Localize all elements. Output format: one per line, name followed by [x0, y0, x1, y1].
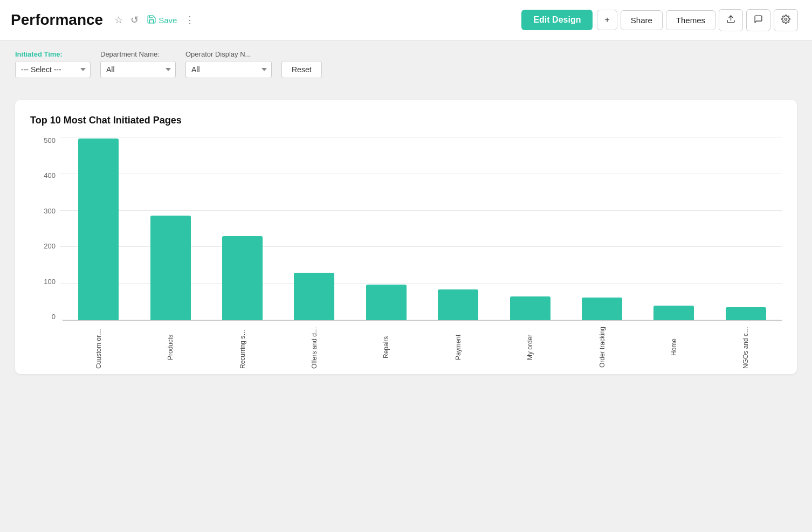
department-name-select[interactable]: All — [100, 61, 176, 78]
operator-display-select[interactable]: All — [185, 61, 272, 78]
x-label: Order tracking — [598, 326, 606, 369]
x-label-col: Order tracking — [566, 326, 638, 369]
initiated-time-select[interactable]: --- Select --- — [15, 61, 91, 78]
page-title: Performance — [11, 11, 103, 29]
themes-button[interactable]: Themes — [666, 10, 715, 30]
edit-design-button[interactable]: Edit Design — [521, 10, 593, 30]
plus-button[interactable]: + — [597, 10, 617, 30]
x-label: Repairs — [382, 326, 390, 369]
star-icon: ☆ — [114, 14, 123, 26]
save-icon — [147, 15, 156, 26]
department-name-filter: Department Name: All — [100, 50, 176, 78]
filters-bar: Initiated Time: --- Select --- Departmen… — [0, 40, 812, 87]
bar — [438, 289, 478, 320]
bar — [222, 236, 263, 320]
bar-col — [278, 137, 350, 320]
chart-title: Top 10 Most Chat Initiated Pages — [30, 115, 782, 126]
bars-area — [63, 137, 782, 320]
svg-point-1 — [785, 18, 787, 20]
x-label-col: Offers and discounts — [278, 326, 350, 369]
bar — [78, 139, 119, 320]
save-button[interactable]: Save — [142, 11, 181, 29]
x-label-col: NGOs and charity — [710, 326, 782, 369]
bar — [582, 298, 622, 320]
y-axis: 500 400 300 200 100 0 — [30, 137, 60, 320]
bar — [510, 296, 550, 320]
chart-card: Top 10 Most Chat Initiated Pages 500 400… — [15, 100, 797, 374]
x-axis: Cuustom ordersProductsRecurring subscri.… — [30, 326, 782, 369]
comment-button[interactable] — [746, 9, 770, 31]
bar-col — [710, 137, 782, 320]
y-label-100: 100 — [44, 278, 56, 285]
more-icon: ⋮ — [185, 14, 195, 26]
x-label: My order — [526, 326, 534, 369]
initiated-time-label: Initiated Time: — [15, 50, 91, 58]
plus-icon: + — [604, 15, 609, 25]
comment-icon — [754, 15, 763, 26]
operator-display-filter: Operator Display N... All — [185, 50, 272, 78]
settings-button[interactable] — [774, 9, 798, 31]
axis-line — [63, 320, 782, 321]
settings-icon — [781, 15, 790, 26]
save-label: Save — [159, 16, 177, 25]
bar-col — [207, 137, 278, 320]
x-label: Offers and discounts — [311, 326, 318, 369]
y-label-400: 400 — [44, 172, 56, 179]
star-button[interactable]: ☆ — [111, 11, 127, 29]
x-label: Home — [670, 326, 678, 369]
upload-icon — [726, 15, 735, 26]
x-label: Cuustom orders — [95, 326, 102, 369]
x-label-col: Home — [638, 326, 710, 369]
share-button[interactable]: Share — [621, 10, 663, 30]
bar — [653, 306, 694, 320]
refresh-button[interactable]: ↺ — [127, 11, 142, 29]
operator-display-label: Operator Display N... — [185, 50, 272, 58]
bar — [294, 273, 334, 320]
y-label-500: 500 — [44, 137, 56, 144]
x-label-col: My order — [494, 326, 566, 369]
main-content: Top 10 Most Chat Initiated Pages 500 400… — [0, 87, 812, 387]
initiated-time-filter: Initiated Time: --- Select --- — [15, 50, 91, 78]
y-label-200: 200 — [44, 243, 56, 250]
x-label: Recurring subscri.. — [239, 326, 246, 369]
bar — [150, 216, 191, 320]
bar-col — [494, 137, 566, 320]
y-label-0: 0 — [52, 313, 56, 320]
x-label: NGOs and charity — [742, 326, 749, 369]
reset-button[interactable]: Reset — [281, 61, 322, 78]
chart-inner: 500 400 300 200 100 0 — [30, 137, 782, 320]
header: Performance ☆ ↺ Save ⋮ Edit Design + Sha… — [0, 0, 812, 40]
bar — [366, 285, 407, 320]
refresh-icon: ↺ — [130, 14, 139, 26]
x-label: Payment — [455, 326, 462, 369]
bar-col — [350, 137, 422, 320]
bar-col — [638, 137, 710, 320]
x-label-col: Recurring subscri.. — [207, 326, 278, 369]
y-label-300: 300 — [44, 208, 56, 215]
bar-col — [63, 137, 134, 320]
x-label-col: Products — [134, 326, 206, 369]
bar-col — [566, 137, 638, 320]
x-label-col: Cuustom orders — [63, 326, 134, 369]
bar-col — [134, 137, 206, 320]
x-label: Products — [167, 326, 174, 369]
x-label-col: Payment — [422, 326, 494, 369]
more-button[interactable]: ⋮ — [181, 11, 198, 29]
department-name-label: Department Name: — [100, 50, 176, 58]
chart-container: 500 400 300 200 100 0 — [30, 137, 782, 363]
bar — [726, 307, 766, 320]
upload-button[interactable] — [719, 9, 743, 31]
bar-col — [422, 137, 494, 320]
x-label-col: Repairs — [350, 326, 422, 369]
